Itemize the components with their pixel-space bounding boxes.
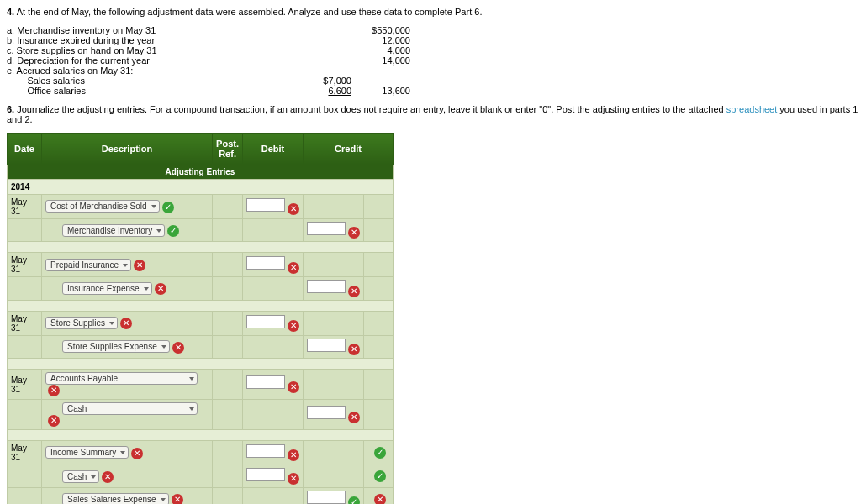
account-select[interactable]: Store Supplies Expense — [62, 340, 170, 353]
x-icon: ✕ — [102, 471, 114, 483]
x-icon: ✕ — [48, 415, 60, 427]
debit-input[interactable] — [246, 375, 285, 389]
question-6-instruction: 6. Journalize the adjusting entries. For… — [7, 104, 861, 124]
x-icon: ✕ — [374, 494, 386, 504]
x-icon: ✕ — [288, 473, 299, 485]
date-cell: May 31 — [8, 441, 42, 465]
credit-input[interactable] — [307, 280, 346, 293]
account-select[interactable]: Cash — [62, 402, 198, 415]
check-icon: ✓ — [348, 496, 360, 504]
account-select[interactable]: Prepaid Insurance — [45, 259, 131, 271]
account-select[interactable]: Store Supplies — [45, 317, 118, 329]
account-select[interactable]: Income Summary — [45, 446, 129, 459]
check-icon: ✓ — [167, 225, 179, 237]
date-cell: May 31 — [8, 253, 42, 277]
x-icon: ✕ — [348, 412, 360, 423]
table-header-row: Date Description Post. Ref. Debit Credit — [8, 134, 394, 165]
account-select[interactable]: Merchandise Inventory — [62, 224, 165, 237]
credit-input[interactable] — [307, 406, 346, 419]
x-icon: ✕ — [348, 227, 360, 239]
debit-input[interactable] — [246, 444, 285, 458]
account-select[interactable]: Cash — [62, 470, 99, 483]
x-icon: ✕ — [348, 286, 360, 297]
x-icon: ✕ — [288, 203, 299, 215]
account-select[interactable]: Cost of Merchandise Sold — [45, 200, 160, 213]
x-icon: ✕ — [155, 283, 166, 295]
spreadsheet-link[interactable]: spreadsheet — [726, 104, 778, 114]
date-cell: May 31 — [8, 195, 42, 219]
account-select[interactable]: Accounts Payable — [45, 372, 198, 385]
x-icon: ✕ — [288, 381, 299, 393]
year-cell: 2014 — [8, 180, 394, 195]
journal-entry-table: Date Description Post. Ref. Debit Credit… — [7, 133, 394, 504]
credit-input[interactable] — [307, 339, 346, 352]
x-icon: ✕ — [172, 494, 183, 504]
debit-input[interactable] — [246, 315, 285, 328]
account-select[interactable]: Insurance Expense — [62, 282, 152, 295]
check-icon: ✓ — [374, 447, 386, 459]
x-icon: ✕ — [48, 385, 60, 396]
x-icon: ✕ — [134, 260, 145, 271]
debit-input[interactable] — [246, 198, 285, 212]
x-icon: ✕ — [120, 318, 132, 329]
date-cell: May 31 — [8, 311, 42, 335]
x-icon: ✕ — [288, 449, 299, 461]
debit-input[interactable] — [246, 468, 285, 481]
check-icon: ✓ — [374, 470, 386, 482]
date-cell: May 31 — [8, 370, 42, 400]
check-icon: ✓ — [162, 202, 174, 213]
x-icon: ✕ — [172, 342, 184, 354]
adjustment-data-list: a. Merchandise inventory on May 31$550,0… — [7, 25, 861, 96]
subheader-row: Adjusting Entries — [8, 165, 394, 180]
x-icon: ✕ — [131, 448, 143, 459]
debit-input[interactable] — [246, 256, 285, 270]
credit-input[interactable] — [307, 491, 346, 504]
x-icon: ✕ — [348, 344, 360, 355]
account-select[interactable]: Sales Salaries Expense — [62, 493, 169, 504]
x-icon: ✕ — [288, 262, 299, 274]
credit-input[interactable] — [307, 222, 346, 235]
question-4-intro: 4. At the end of May, the following adju… — [7, 7, 861, 17]
x-icon: ✕ — [288, 320, 299, 332]
